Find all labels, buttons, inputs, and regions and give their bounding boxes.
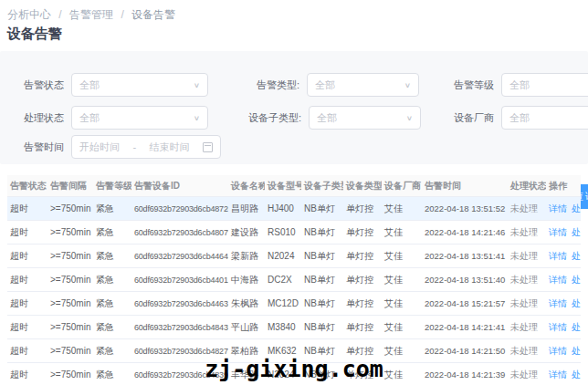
cell-operations: 详情处理 [546,321,581,334]
table-row: 超时>=750min紧急60df6932b72903d6cb4872ec昌明路H… [7,197,581,221]
breadcrumb-item-analysis-center[interactable]: 分析中心 [7,8,51,21]
cell-device-type: 单灯控 [343,297,382,310]
cell-handle-status: 未处理 [508,226,546,239]
table-row: 超时>=750min紧急60df6932b72903d6cb48435d平山路M… [7,316,581,339]
alarm-time-range-picker[interactable]: 开始时间 - 结束时间 [71,135,221,159]
handle-link[interactable]: 处理 [572,322,581,332]
detail-link[interactable]: 详情 [549,251,567,261]
cell-alarm-device-id: 60df6932b72903d6cb48273b [131,347,228,356]
cell-alarm-level: 紧急 [93,203,131,215]
cell-operations: 详情处理 [546,203,581,215]
cell-alarm-time: 2022-04-18 13:51:52 [422,203,508,213]
start-time-placeholder: 开始时间 [79,140,120,154]
alarm-level-label: 告警等级 [454,78,494,92]
handle-link[interactable]: 处理 [572,275,581,285]
column-header-handle-status: 处理状态 [508,180,546,192]
alarm-type-value: 全部 [315,78,401,92]
handle-link[interactable]: 处理 [572,227,581,237]
cell-alarm-time: 2022-04-18 14:21:46 [422,227,508,237]
cell-alarm-interval: >=750min [47,298,93,308]
detail-link[interactable]: 详情 [549,322,567,332]
cell-device-name: 建设路 [228,226,265,239]
detail-link[interactable]: 详情 [549,369,567,380]
alarm-level-placeholder: 全部 [509,78,588,92]
cell-alarm-level: 紧急 [93,321,131,334]
alarm-level-input[interactable]: 全部 [501,73,588,97]
device-vendor-input[interactable]: 全部 [501,106,588,130]
table-row: 超时>=750min紧急60df6932b72903d6cb44012d中海路D… [7,268,581,292]
cell-device-vendor: 艾佳 [382,203,422,215]
cell-device-vendor: 艾佳 [382,345,422,358]
column-header-alarm-status: 告警状态 [7,180,47,192]
cell-alarm-interval: >=750min [47,346,93,356]
alarm-type-label: 告警类型: [257,78,299,92]
cell-device-subtype: NB单灯 [301,297,343,310]
cell-alarm-interval: >=750min [47,322,93,332]
cell-device-subtype: NB单灯 [301,203,343,215]
device-vendor-label: 设备厂商 [454,111,494,125]
column-header-alarm-time: 告警时间 [422,180,508,192]
breadcrumb-separator: / [121,8,123,21]
cell-device-name: 中海路 [228,274,265,286]
cell-alarm-status: 超时 [7,369,47,381]
cell-device-subtype: NB单灯 [301,274,343,286]
table-header-row: 告警状态告警间隔告警等级告警设备ID设备名称设备型号设备子类型设备类型设备厂商告… [7,175,581,197]
chevron-down-icon: ∨ [404,81,411,89]
detail-link[interactable]: 详情 [549,227,567,237]
cell-device-model: HJ400 [265,203,301,213]
cell-alarm-device-id: 60df6932b72903d6cb4464a3 [131,252,228,261]
cell-alarm-interval: >=750min [47,369,93,380]
cell-alarm-time: 2022-04-18 13:51:40 [422,275,508,285]
cell-operations: 详情处理 [546,226,581,239]
cell-device-name: 朱枫路 [228,297,265,310]
handle-link[interactable]: 处理 [572,298,581,308]
device-alarm-page: 分析中心 / 告警管理 / 设备告警 设备告警 告警状态 全部 ∨ 告警类型: … [0,0,588,385]
alarm-status-select[interactable]: 全部 ∨ [71,73,208,97]
handle-link[interactable]: 处理 [572,369,581,380]
alarm-table: 告警状态告警间隔告警等级告警设备ID设备名称设备型号设备子类型设备类型设备厂商告… [7,175,581,385]
device-subtype-label: 设备子类型: [248,111,301,125]
handle-status-value: 全部 [79,111,190,125]
detail-link[interactable]: 详情 [549,346,567,356]
detail-link[interactable]: 详情 [549,203,567,213]
handle-status-label: 处理状态 [24,111,64,125]
table-row: 超时>=750min紧急60df6932b72903d6cb4464a3梁新路N… [7,245,581,268]
cell-device-vendor: 艾佳 [382,274,422,286]
cell-handle-status: 未处理 [508,203,546,215]
cell-device-type: 单灯控 [343,226,382,239]
breadcrumb-separator: / [58,8,61,21]
column-header-alarm-device-id: 告警设备ID [131,180,228,192]
alarm-type-select[interactable]: 全部 ∨ [307,73,419,97]
handle-status-select[interactable]: 全部 ∨ [71,106,208,130]
cell-alarm-level: 紧急 [93,345,131,358]
alarm-status-value: 全部 [79,78,190,92]
cell-handle-status: 未处理 [508,297,546,310]
cell-alarm-level: 紧急 [93,250,131,263]
chevron-down-icon: ∨ [406,114,413,122]
cell-device-model: MC12D [265,298,301,308]
calendar-icon [203,142,213,152]
page-title: 设备告警 [7,26,62,43]
cell-device-type: 单灯控 [343,250,382,263]
cell-alarm-time: 2022-04-18 15:21:57 [422,298,508,308]
detail-link[interactable]: 详情 [549,298,567,308]
cell-device-type: 单灯控 [343,321,382,334]
cell-alarm-status: 超时 [7,345,47,358]
cell-device-vendor: 艾佳 [382,321,422,334]
cell-device-model: M3840 [265,322,301,332]
detail-link[interactable]: 详情 [549,275,567,285]
device-subtype-select[interactable]: 全部 ∨ [309,106,421,130]
cell-handle-status: 未处理 [508,345,546,358]
cell-alarm-level: 紧急 [93,226,131,239]
cell-alarm-device-id: 60df6932b72903d6cb4807fa [131,228,228,237]
cell-device-vendor: 艾佳 [382,250,422,263]
handle-link[interactable]: 处理 [572,251,581,261]
handle-link[interactable]: 处理 [572,346,581,356]
cell-device-subtype: NB单灯 [301,321,343,334]
cell-device-model: DC2X [265,275,301,285]
cell-alarm-status: 超时 [7,274,47,286]
handle-link[interactable]: 处理 [572,203,581,213]
breadcrumb-item-alarm-management[interactable]: 告警管理 [69,8,113,21]
cell-operations: 详情处理 [546,274,581,286]
column-header-device-type: 设备类型 [343,180,382,192]
